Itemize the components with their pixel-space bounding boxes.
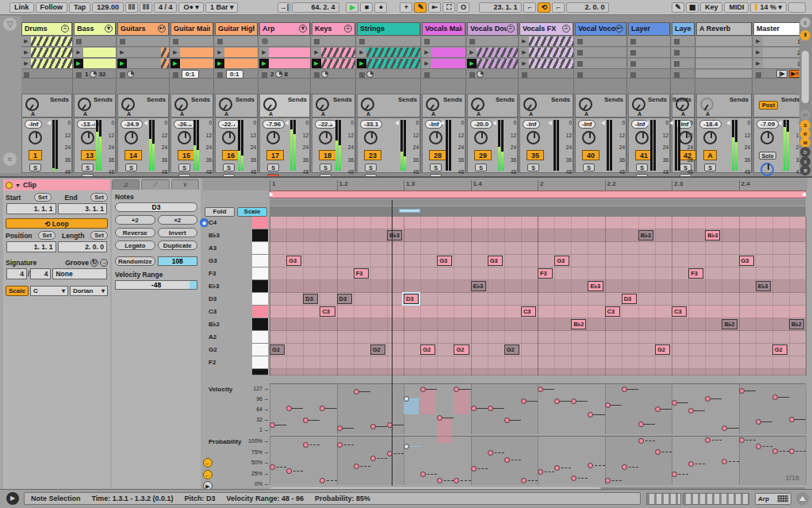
midi-note[interactable]: E♭3 bbox=[471, 281, 486, 291]
pan-knob[interactable] bbox=[319, 131, 332, 144]
midi-note[interactable]: G3 bbox=[286, 256, 301, 266]
solo-button[interactable]: S bbox=[475, 164, 487, 171]
midi-note[interactable]: B♭2 bbox=[789, 319, 804, 329]
clip-overview[interactable] bbox=[646, 493, 681, 505]
clip-end-field[interactable]: 3. 1. 1 bbox=[58, 203, 108, 214]
track-header-icon[interactable]: ↩ bbox=[158, 25, 166, 33]
probability-marker[interactable] bbox=[354, 464, 359, 469]
notes-tool-reverse[interactable]: Reverse bbox=[115, 228, 155, 237]
track-header[interactable]: Vocals Doubl≡ bbox=[467, 22, 518, 36]
probability-marker[interactable] bbox=[772, 448, 778, 454]
clip-launch-button[interactable]: ▶ bbox=[259, 59, 269, 68]
set-position-button[interactable]: Set bbox=[38, 231, 56, 240]
clip-launch-button[interactable]: ▶ bbox=[215, 48, 224, 57]
solo-button[interactable]: S bbox=[29, 164, 41, 171]
envelopes-tab[interactable]: ⟋ bbox=[141, 179, 169, 190]
send-a-knob[interactable] bbox=[78, 98, 91, 111]
velocity-range-slider[interactable]: -48 bbox=[115, 280, 197, 290]
velocity-marker[interactable] bbox=[521, 398, 527, 404]
clip-record-button[interactable] bbox=[262, 38, 268, 44]
midi-note[interactable]: E♭3 bbox=[756, 281, 771, 291]
track-header-icon[interactable]: ↩ bbox=[615, 25, 623, 33]
loop-length-field[interactable]: 2. 0. 0 bbox=[566, 2, 609, 13]
probability-marker[interactable] bbox=[739, 437, 745, 443]
probability-marker[interactable] bbox=[337, 442, 343, 448]
midi-note[interactable]: B♭3 bbox=[638, 230, 653, 241]
send-a-knob[interactable] bbox=[361, 98, 374, 111]
track-header[interactable]: Layer bbox=[628, 22, 670, 36]
clip-body[interactable] bbox=[224, 48, 258, 57]
clip-slot[interactable] bbox=[696, 48, 752, 58]
midi-note[interactable]: D3 bbox=[622, 294, 637, 304]
clip-body[interactable] bbox=[366, 59, 420, 68]
back-to-arrangement-icon[interactable]: |▶ bbox=[776, 70, 787, 78]
clip-body[interactable] bbox=[180, 59, 213, 68]
velocity-marker[interactable] bbox=[772, 394, 778, 400]
clip-position-field[interactable]: 1. 1. 1 bbox=[6, 241, 56, 252]
midi-note[interactable]: D3 bbox=[303, 294, 318, 304]
randomize-button[interactable]: Randomize bbox=[115, 256, 155, 266]
notes-tool-x2[interactable]: ×2 bbox=[158, 215, 198, 225]
track-header-icon[interactable]: ▾ bbox=[299, 25, 307, 33]
clip-stop-button[interactable] bbox=[424, 39, 430, 44]
clip-launch-button[interactable]: ▶ bbox=[21, 59, 31, 68]
midi-note[interactable]: G3 bbox=[739, 256, 754, 266]
velocity-marker[interactable] bbox=[756, 419, 761, 425]
volume-handle[interactable] bbox=[548, 121, 552, 125]
marker-strip[interactable] bbox=[270, 199, 806, 206]
scene-slot[interactable]: ▶3 bbox=[753, 59, 803, 69]
piano-key[interactable] bbox=[252, 306, 268, 318]
clip-stop-all-button[interactable] bbox=[76, 72, 82, 78]
volume-readout[interactable]: -22.7 bbox=[218, 120, 240, 129]
solo-button[interactable]: S bbox=[583, 164, 595, 171]
scene-launch-button[interactable]: ▶ bbox=[753, 37, 763, 46]
clip-stop-button[interactable] bbox=[674, 61, 680, 67]
clip-stop-button[interactable] bbox=[674, 50, 680, 56]
clip-body[interactable] bbox=[83, 48, 116, 57]
clip-slot[interactable]: ▶ bbox=[259, 59, 310, 69]
mixer-toggle-io[interactable]: IO bbox=[800, 110, 810, 120]
clip-stop-all-button[interactable] bbox=[469, 72, 475, 78]
randomize-amount-slider[interactable]: 108 bbox=[158, 256, 198, 266]
volume-handle[interactable] bbox=[90, 121, 94, 125]
expand-tracks-icon[interactable]: ▽ bbox=[3, 17, 17, 31]
clip-slot[interactable]: ▶ bbox=[422, 48, 465, 58]
volume-handle[interactable] bbox=[285, 121, 289, 125]
velocity-marker[interactable] bbox=[370, 424, 376, 429]
preview-toggle-icon[interactable]: ▶ bbox=[6, 492, 19, 505]
velocity-marker[interactable] bbox=[538, 387, 543, 392]
clip-launch-button[interactable]: ▶ bbox=[74, 59, 83, 68]
volume-readout[interactable]: -33.1 bbox=[360, 120, 382, 129]
mixer-toggle-≣[interactable]: ≣ bbox=[800, 165, 810, 175]
clip-slot[interactable]: ▶ bbox=[467, 48, 518, 58]
send-a-knob[interactable] bbox=[676, 98, 689, 111]
clip-launch-button[interactable]: ▶ bbox=[312, 59, 321, 68]
volume-readout[interactable]: -Inf bbox=[578, 120, 596, 129]
velocity-marker[interactable] bbox=[488, 406, 493, 411]
midi-note[interactable]: B♭2 bbox=[571, 319, 586, 329]
clip-slot[interactable] bbox=[74, 37, 116, 47]
midi-note[interactable]: G2 bbox=[504, 344, 519, 355]
midi-note[interactable]: B♭2 bbox=[722, 319, 737, 329]
solo-button[interactable]: S bbox=[527, 164, 539, 171]
track-header[interactable]: Vocal Vocoder↩ bbox=[575, 22, 626, 36]
velocity-marker[interactable] bbox=[605, 402, 611, 408]
clip-launch-button[interactable]: ▶ bbox=[422, 59, 431, 68]
probability-marker[interactable] bbox=[554, 465, 560, 471]
clip-body[interactable] bbox=[477, 59, 518, 68]
session-vertical-scrollbar[interactable] bbox=[802, 51, 809, 103]
clip-stop-button[interactable] bbox=[359, 39, 365, 44]
clip-panel-header[interactable]: ▼ Clip bbox=[3, 179, 110, 190]
clip-stop-button[interactable] bbox=[577, 50, 583, 56]
clip-slot[interactable]: ▶ bbox=[519, 48, 573, 58]
send-a-knob[interactable] bbox=[263, 98, 277, 111]
clip-slot[interactable] bbox=[672, 59, 695, 69]
track-header[interactable]: Vocals Main bbox=[422, 22, 465, 36]
pan-knob[interactable] bbox=[527, 131, 540, 144]
notes-tool-plus2[interactable]: +2 bbox=[115, 215, 155, 225]
probability-marker[interactable] bbox=[789, 448, 795, 454]
clip-slot[interactable] bbox=[575, 59, 626, 69]
track-header[interactable]: Keys≡ bbox=[312, 22, 355, 36]
track-activator-button[interactable]: 23 bbox=[364, 150, 381, 160]
pan-knob[interactable] bbox=[474, 131, 488, 144]
